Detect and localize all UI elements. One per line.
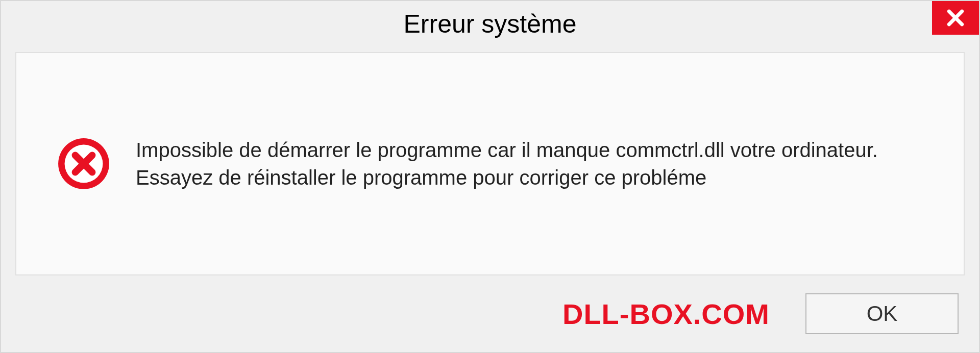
dialog-title: Erreur système (404, 9, 577, 39)
dialog-footer: DLL-BOX.COM OK (1, 275, 979, 352)
close-icon (946, 8, 965, 28)
error-icon (57, 137, 110, 190)
content-area: Impossible de démarrer le programme car … (15, 52, 965, 275)
error-message: Impossible de démarrer le programme car … (136, 136, 933, 191)
error-dialog: Erreur système Impossible de démarrer le… (0, 0, 980, 353)
titlebar: Erreur système (1, 1, 979, 47)
ok-button[interactable]: OK (805, 293, 959, 334)
watermark-text: DLL-BOX.COM (562, 297, 770, 331)
close-button[interactable] (932, 1, 979, 35)
